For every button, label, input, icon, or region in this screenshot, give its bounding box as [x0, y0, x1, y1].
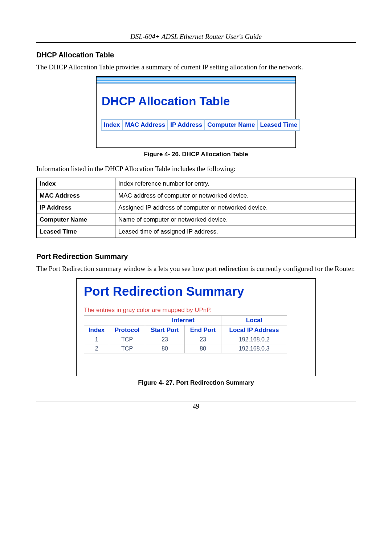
dhcp-screenshot-stripes [97, 77, 295, 84]
dhcp-screenshot-title: DHCP Allocation Table [102, 94, 291, 108]
port-cell-start: 80 [145, 344, 185, 353]
info-label: MAC Address [37, 190, 115, 202]
port-cell-ip: 192.168.0.2 [221, 335, 287, 344]
page-number: 49 [36, 403, 356, 410]
dhcp-screenshot-table: Index MAC Address IP Address Computer Na… [101, 119, 300, 131]
dhcp-col-computer: Computer Name [205, 119, 257, 130]
port-col-index: Index [84, 325, 109, 335]
table-row: MAC Address MAC address of computer or n… [37, 190, 356, 202]
dhcp-col-index: Index [101, 119, 122, 130]
dhcp-info-table: Index Index reference number for entry. … [36, 178, 356, 238]
info-label: Index [37, 178, 115, 190]
table-row: IP Address Assigned IP address of comput… [37, 202, 356, 214]
port-screenshot-note: The entries in gray color are mapped by … [84, 307, 308, 314]
port-col-end: End Port [185, 325, 221, 335]
port-group-blank1 [84, 316, 109, 325]
port-col-protocol: Protocol [109, 325, 145, 335]
header-rule [36, 42, 356, 43]
info-desc: MAC address of computer or networked dev… [115, 190, 356, 202]
info-desc: Leased time of assigned IP address. [115, 226, 356, 238]
table-row: Leased Time Leased time of assigned IP a… [37, 226, 356, 238]
port-section-heading: Port Redirection Summary [36, 252, 356, 261]
info-desc: Index reference number for entry. [115, 178, 356, 190]
dhcp-col-mac: MAC Address [122, 119, 168, 130]
port-cell-index: 2 [84, 344, 109, 353]
table-row: Computer Name Name of computer or networ… [37, 214, 356, 226]
footer-rule [36, 401, 356, 401]
port-cell-start: 23 [145, 335, 185, 344]
port-col-ip: Local IP Address [221, 325, 287, 335]
port-group-internet: Internet [145, 316, 221, 325]
table-row: 2 TCP 80 80 192.168.0.3 [84, 344, 287, 353]
info-desc: Assigned IP address of computer or netwo… [115, 202, 356, 214]
table-row: Index Index reference number for entry. [37, 178, 356, 190]
port-group-blank2 [109, 316, 145, 325]
dhcp-figure-caption: Figure 4- 26. DHCP Allocation Table [36, 151, 356, 158]
port-group-local: Local [221, 316, 287, 325]
port-cell-index: 1 [84, 335, 109, 344]
port-col-start: Start Port [145, 325, 185, 335]
info-label: Leased Time [37, 226, 115, 238]
port-cell-protocol: TCP [109, 335, 145, 344]
table-row: 1 TCP 23 23 192.168.0.2 [84, 335, 287, 344]
dhcp-intro-text: The DHCP Allocation Table provides a sum… [36, 63, 356, 72]
port-screenshot-title: Port Redirection Summary [84, 284, 308, 299]
dhcp-info-intro: Information listed in the DHCP Allocatio… [36, 165, 356, 174]
port-cell-end: 23 [185, 335, 221, 344]
dhcp-screenshot: DHCP Allocation Table Index MAC Address … [96, 76, 296, 148]
port-cell-ip: 192.168.0.3 [221, 344, 287, 353]
dhcp-section-heading: DHCP Allocation Table [36, 51, 356, 59]
port-screenshot: Port Redirection Summary The entries in … [76, 278, 316, 376]
port-cell-end: 80 [185, 344, 221, 353]
dhcp-col-ip: IP Address [168, 119, 205, 130]
port-cell-protocol: TCP [109, 344, 145, 353]
info-label: IP Address [37, 202, 115, 214]
port-screenshot-table: Internet Local Index Protocol Start Port… [84, 315, 287, 353]
info-desc: Name of computer or networked device. [115, 214, 356, 226]
port-intro-text: The Port Redirection summary window is a… [36, 264, 356, 274]
port-figure-caption: Figure 4- 27. Port Redirection Summary [36, 379, 356, 386]
info-label: Computer Name [37, 214, 115, 226]
document-header: DSL-604+ ADSL Ethernet Router User's Gui… [36, 33, 356, 41]
dhcp-col-leased: Leased Time [257, 119, 300, 130]
